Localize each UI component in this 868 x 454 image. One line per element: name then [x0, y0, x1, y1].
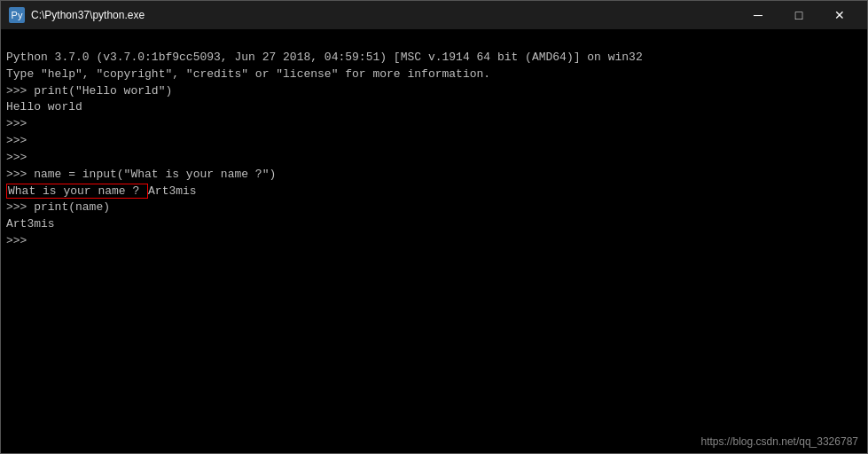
line-11: >>>	[6, 234, 27, 247]
input-highlight-box: What is your name ?	[6, 184, 148, 199]
line-2: Type "help", "copyright", "credits" or "…	[6, 67, 490, 81]
titlebar-controls: ─ □ ✕	[738, 1, 860, 29]
titlebar: Py C:\Python37\python.exe ─ □ ✕	[1, 1, 867, 29]
minimize-button[interactable]: ─	[738, 1, 778, 29]
line-9: >>> print(name)	[6, 200, 110, 214]
console-output: Python 3.7.0 (v3.7.0:1bf9cc5093, Jun 27 …	[6, 33, 862, 267]
line-8: >>> name = input("What is your name ?")	[6, 168, 276, 181]
console-body[interactable]: Python 3.7.0 (v3.7.0:1bf9cc5093, Jun 27 …	[1, 29, 867, 453]
maximize-button[interactable]: □	[778, 1, 819, 29]
input-prompt-text: What is your name ?	[8, 184, 139, 198]
window: Py C:\Python37\python.exe ─ □ ✕ Python 3…	[0, 0, 868, 454]
line-10: Art3mis	[6, 217, 55, 231]
input-value-text: Art3mis	[148, 184, 197, 198]
line-6: >>>	[6, 134, 27, 147]
line-5: >>>	[6, 117, 27, 130]
line-4: Hello world	[6, 100, 82, 114]
line-7: >>>	[6, 151, 27, 164]
close-button[interactable]: ✕	[819, 1, 860, 29]
titlebar-left: Py C:\Python37\python.exe	[8, 6, 145, 24]
python-icon: Py	[8, 6, 26, 24]
watermark: https://blog.csdn.net/qq_3326787	[701, 435, 858, 448]
svg-text:Py: Py	[12, 10, 23, 20]
titlebar-title: C:\Python37\python.exe	[31, 9, 145, 21]
line-3: >>> print("Hello world")	[6, 84, 172, 98]
line-1: Python 3.7.0 (v3.7.0:1bf9cc5093, Jun 27 …	[6, 51, 643, 64]
